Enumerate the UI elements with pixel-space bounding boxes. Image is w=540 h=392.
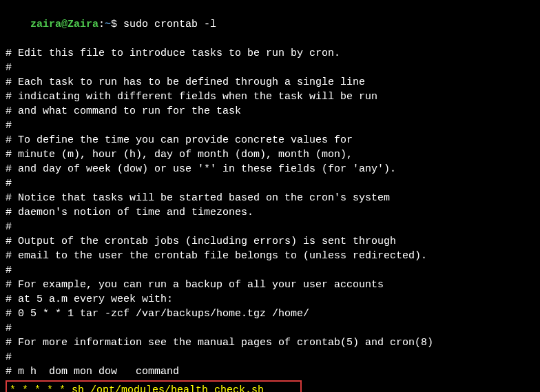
output-line: #: [6, 220, 534, 234]
output-line: # To define the time you can provide con…: [6, 133, 534, 147]
output-line: # 0 5 * * 1 tar -zcf /var/backups/home.t…: [6, 307, 534, 321]
output-line: # at 5 a.m every week with:: [6, 292, 534, 307]
output-line: # indicating with different fields when …: [6, 90, 534, 104]
output-line: # email to the user the crontab file bel…: [6, 249, 534, 263]
output-line: # Edit this file to introduce tasks to b…: [6, 46, 534, 61]
highlight-box: * * * * * sh /opt/modules/health_check.s…: [6, 380, 302, 392]
output-line: # Output of the crontab jobs (including …: [6, 234, 534, 249]
user-host: zaira@Zaira: [30, 19, 98, 30]
output-line: # and day of week (dow) or use '*' in th…: [6, 162, 534, 176]
output-line: #: [6, 263, 534, 278]
output-line: # For example, you can run a backup of a…: [6, 278, 534, 292]
prompt-dollar: $: [111, 19, 117, 30]
output-line: # minute (m), hour (h), day of month (do…: [6, 147, 534, 162]
output-line: # and what command to run for the task: [6, 104, 534, 118]
prompt-line: zaira@Zaira:~$ sudo crontab -l: [6, 3, 534, 46]
output-line: # For more information see the manual pa…: [6, 336, 534, 350]
output-line: #: [6, 350, 534, 364]
prompt-colon: :: [98, 19, 105, 30]
output-line: # daemon's notion of time and timezones.: [6, 205, 534, 220]
prompt-path: ~: [105, 19, 111, 30]
terminal-window[interactable]: zaira@Zaira:~$ sudo crontab -l # Edit th…: [6, 3, 534, 392]
output-line: #: [6, 118, 534, 133]
output-line: # m h dom mon dow command: [6, 364, 534, 379]
output-line: # Notice that tasks will be started base…: [6, 191, 534, 205]
typed-command: sudo crontab -l: [117, 19, 216, 30]
output-line: #: [6, 321, 534, 336]
output-line: # Each task to run has to be defined thr…: [6, 75, 534, 90]
cron-entry: * * * * * sh /opt/modules/health_check.s…: [10, 383, 298, 392]
output-line: #: [6, 61, 534, 75]
output-line: #: [6, 176, 534, 191]
